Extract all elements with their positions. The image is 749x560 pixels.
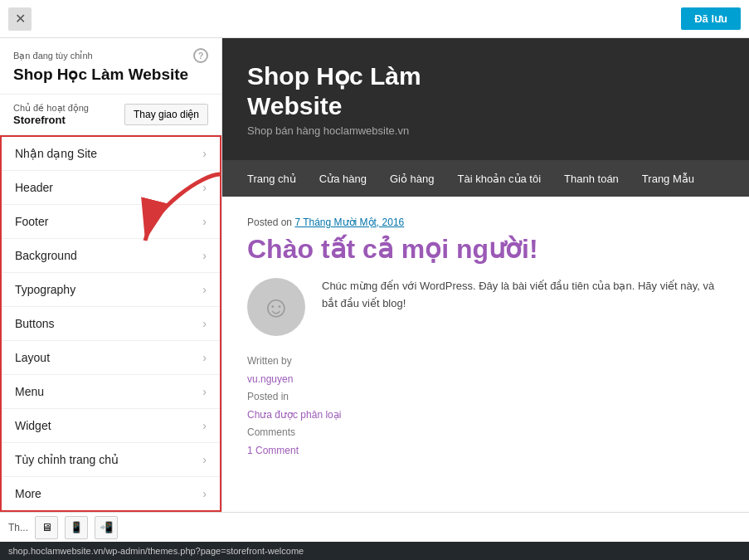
theme-section: Chủ đề hoạt động Storefront Thay giao di…	[0, 95, 221, 135]
desktop-preview-button[interactable]: 🖥	[35, 516, 58, 539]
nav-item-label: Background	[15, 249, 77, 262]
comments-label: Comments	[247, 424, 724, 442]
sidebar-nav-item[interactable]: Widget›	[2, 409, 220, 443]
site-content: Shop Học Làm Website Shop bán hàng hocla…	[222, 38, 749, 512]
written-by-label: Written by	[247, 353, 724, 371]
customizing-label-row: Bạn đang tùy chỉnh ?	[13, 48, 208, 63]
chevron-right-icon: ›	[202, 351, 207, 364]
site-nav-link[interactable]: Giỏ hàng	[390, 173, 435, 185]
chevron-right-icon: ›	[202, 453, 207, 466]
mobile-preview-button[interactable]: 📲	[95, 516, 118, 539]
sidebar-nav-item[interactable]: Nhận dạng Site›	[2, 137, 220, 171]
sidebar-nav-item[interactable]: More›	[2, 477, 220, 510]
chevron-right-icon: ›	[202, 385, 207, 398]
sidebar-nav-item[interactable]: Background›	[2, 239, 220, 273]
sidebar-nav-item[interactable]: Tùy chỉnh trang chủ›	[2, 443, 220, 477]
chevron-right-icon: ›	[202, 419, 207, 432]
sidebar: Bạn đang tùy chỉnh ? Shop Học Làm Websit…	[0, 38, 222, 512]
chevron-right-icon: ›	[202, 283, 207, 296]
category-link[interactable]: Chưa được phân loại	[247, 409, 341, 421]
content-area: Shop Học Làm Website Shop bán hàng hocla…	[222, 38, 749, 512]
main-layout: Bạn đang tùy chỉnh ? Shop Học Làm Websit…	[0, 38, 749, 512]
nav-item-label: Buttons	[15, 317, 54, 330]
top-bar: ✕ Đã lưu	[0, 0, 749, 38]
author-link[interactable]: vu.nguyen	[247, 373, 293, 385]
site-nav-link[interactable]: Cửa hàng	[319, 173, 367, 185]
theme-name: Storefront	[13, 114, 89, 126]
close-button[interactable]: ✕	[8, 7, 32, 31]
post-excerpt: Chúc mừng đến với WordPress. Đây là bài …	[322, 278, 724, 336]
sidebar-nav-item[interactable]: Layout›	[2, 341, 220, 375]
theme-label: Chủ đề hoạt động	[13, 103, 89, 114]
author-avatar: ☺	[247, 278, 305, 336]
chevron-right-icon: ›	[202, 487, 207, 500]
site-header: Shop Học Làm Website Shop bán hàng hocla…	[222, 38, 749, 160]
sidebar-nav-item[interactable]: Header›	[2, 171, 220, 205]
theme-info: Chủ đề hoạt động Storefront	[13, 103, 89, 126]
site-nav: Trang chủCửa hàngGiỏ hàngTài khoản của t…	[222, 160, 749, 197]
preview-label: Th...	[8, 522, 28, 533]
site-title: Shop Học Làm Website	[247, 61, 724, 121]
post-date: Posted on 7 Tháng Mười Một, 2016	[247, 217, 724, 228]
site-nav-link[interactable]: Trang Mẫu	[642, 173, 694, 185]
post-area: Posted on 7 Tháng Mười Một, 2016 Chào tấ…	[222, 197, 749, 480]
chevron-right-icon: ›	[202, 147, 207, 160]
bottom-bar: Th... 🖥 📱 📲	[0, 512, 749, 542]
post-footer: Written by vu.nguyen Posted in Chưa được…	[247, 353, 724, 460]
nav-item-label: Nhận dạng Site	[15, 147, 97, 160]
nav-item-label: More	[15, 487, 41, 500]
customizing-text: Bạn đang tùy chỉnh	[13, 51, 93, 61]
nav-item-label: Header	[15, 181, 53, 194]
posted-in-label: Posted in	[247, 388, 724, 407]
nav-item-label: Layout	[15, 351, 50, 364]
close-icon: ✕	[15, 11, 26, 27]
sidebar-nav-item[interactable]: Footer›	[2, 205, 220, 239]
avatar-icon: ☺	[261, 290, 292, 324]
sidebar-nav-item[interactable]: Buttons›	[2, 307, 220, 341]
nav-item-label: Tùy chỉnh trang chủ	[15, 453, 119, 466]
sidebar-header: Bạn đang tùy chỉnh ? Shop Học Làm Websit…	[0, 38, 221, 95]
change-theme-button[interactable]: Thay giao diện	[124, 104, 208, 125]
chevron-right-icon: ›	[202, 181, 207, 194]
save-button[interactable]: Đã lưu	[681, 7, 741, 30]
sidebar-site-name: Shop Học Làm Website	[13, 65, 208, 84]
chevron-right-icon: ›	[202, 317, 207, 330]
comments-link[interactable]: 1 Comment	[247, 445, 299, 456]
site-nav-link[interactable]: Tài khoản của tôi	[458, 173, 542, 185]
nav-menu: Nhận dạng Site›Header›Footer›Background›…	[0, 135, 221, 512]
tablet-preview-button[interactable]: 📱	[65, 516, 88, 539]
nav-item-label: Menu	[15, 385, 44, 398]
post-title: Chào tất cả mọi người!	[247, 233, 724, 265]
chevron-right-icon: ›	[202, 215, 207, 228]
sidebar-nav-item[interactable]: Typography›	[2, 273, 220, 307]
site-nav-link[interactable]: Thanh toán	[564, 173, 619, 185]
nav-item-label: Footer	[15, 215, 48, 228]
post-body: ☺ Chúc mừng đến với WordPress. Đây là bà…	[247, 278, 724, 336]
help-icon[interactable]: ?	[193, 48, 208, 63]
post-date-link[interactable]: 7 Tháng Mười Một, 2016	[294, 217, 404, 228]
sidebar-nav-item[interactable]: Menu›	[2, 375, 220, 409]
chevron-right-icon: ›	[202, 249, 207, 262]
status-url: shop.hoclamwebsite.vn/wp-admin/themes.ph…	[8, 546, 304, 556]
site-nav-link[interactable]: Trang chủ	[247, 173, 296, 185]
nav-item-label: Widget	[15, 419, 51, 432]
site-tagline: Shop bán hàng hoclamwebsite.vn	[247, 124, 724, 137]
nav-item-label: Typography	[15, 283, 75, 296]
status-bar: shop.hoclamwebsite.vn/wp-admin/themes.ph…	[0, 542, 749, 560]
